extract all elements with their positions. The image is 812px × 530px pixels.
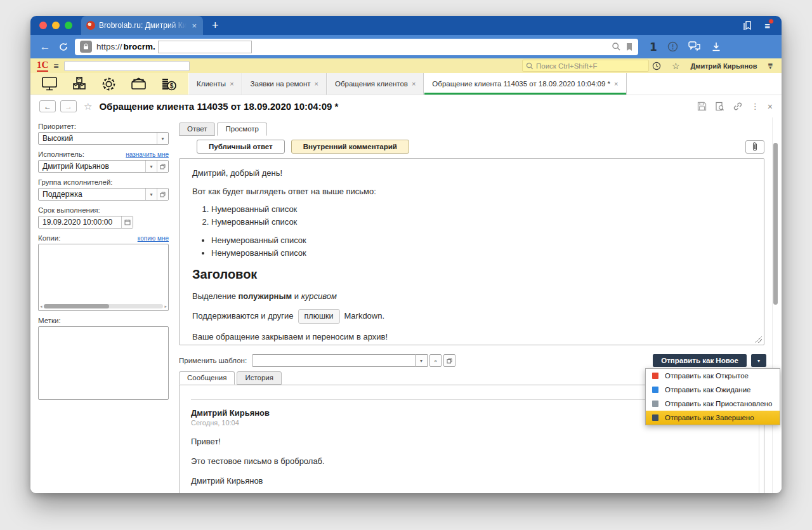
editor-tabs: Ответ Просмотр <box>179 123 773 136</box>
reply-main-area: Ответ Просмотр Публичный ответ Внутренни… <box>176 117 773 493</box>
window-controls <box>30 16 81 35</box>
resize-handle[interactable] <box>756 336 762 343</box>
save-icon[interactable] <box>697 102 707 111</box>
calendar-icon[interactable] <box>121 216 133 228</box>
service-menu-icon[interactable]: ≡▾ <box>768 63 773 69</box>
copy-to-me-link[interactable]: копию мне <box>138 235 169 242</box>
doc-back-button[interactable]: ← <box>39 100 56 112</box>
mail-envelope-icon[interactable] <box>130 77 147 91</box>
tab-close-icon[interactable]: × <box>190 21 198 30</box>
url-redacted-box <box>158 41 252 53</box>
tab-reply[interactable]: Ответ <box>179 123 215 136</box>
priority-select[interactable]: Высокий ▾ <box>38 132 169 145</box>
scroll-right-icon[interactable]: ▸ <box>164 304 167 308</box>
reload-icon[interactable] <box>58 42 69 52</box>
clear-icon[interactable]: × <box>429 354 442 367</box>
chevron-down-icon[interactable]: ▾ <box>145 161 157 172</box>
ticket-properties-sidebar: Приоритет: Высокий ▾ Исполнитель: назнач… <box>38 123 169 400</box>
menu-item-send-completed[interactable]: Отправить как Завершено <box>646 411 780 425</box>
browser-back-button[interactable]: ← <box>38 41 52 53</box>
tab-close-icon[interactable]: × <box>412 80 416 88</box>
menu-item-send-waiting[interactable]: Отправить как Ожидание <box>646 383 780 397</box>
url-bar[interactable]: https:// brocrm. <box>75 39 638 55</box>
tab-clients[interactable]: Клиенты× <box>188 73 242 95</box>
link-icon[interactable] <box>733 102 743 111</box>
minimize-window-button[interactable] <box>52 22 60 29</box>
favorite-star-icon[interactable]: ☆ <box>84 101 92 112</box>
print-preview-icon[interactable] <box>715 102 724 111</box>
info-shield-icon[interactable] <box>667 41 678 52</box>
more-actions-icon[interactable]: ⋮ <box>751 102 759 111</box>
main-menu-icon[interactable]: ≡ <box>53 61 58 71</box>
quick-open-input[interactable] <box>64 61 190 71</box>
bookmark-page-icon[interactable] <box>625 43 633 51</box>
open-record-icon[interactable] <box>157 189 168 200</box>
tags-textarea[interactable] <box>38 326 169 400</box>
close-document-icon[interactable]: × <box>768 102 773 112</box>
feedback-bubbles-icon[interactable] <box>688 41 701 52</box>
chevron-down-icon[interactable]: ▾ <box>157 133 168 144</box>
template-input[interactable] <box>252 354 416 367</box>
status-completed-icon <box>652 414 658 421</box>
scrollbar-thumb[interactable] <box>44 304 110 308</box>
copies-textarea[interactable]: ◂ ▸ <box>38 244 169 311</box>
global-search-input[interactable]: Поиск Ctrl+Shift+F <box>522 60 649 72</box>
public-reply-button[interactable]: Публичный ответ <box>197 140 285 154</box>
browser-menu-icon[interactable]: ≡ <box>764 21 770 30</box>
lock-icon[interactable] <box>80 41 92 53</box>
tab-close-icon[interactable]: × <box>614 80 618 88</box>
settings-gear-icon[interactable] <box>101 76 117 92</box>
onec-logo[interactable]: 1С <box>37 60 48 72</box>
favorites-star-icon[interactable]: ☆ <box>672 61 680 71</box>
billing-coins-icon[interactable]: $ <box>160 76 178 91</box>
history-clock-icon[interactable] <box>652 62 661 70</box>
page-search-icon[interactable] <box>612 42 621 51</box>
preview-greeting: Дмитрий, добрый день! <box>192 168 751 179</box>
send-as-new-button[interactable]: Отправить как Новое <box>653 354 747 367</box>
assignee-select[interactable]: Дмитрий Кирьянов ▾ <box>38 160 169 173</box>
current-user-name[interactable]: Дмитрий Кирьянов <box>690 62 757 70</box>
bookmarks-sidebar-icon[interactable] <box>743 21 753 30</box>
open-record-icon[interactable] <box>157 161 168 172</box>
document-content: Приоритет: Высокий ▾ Исполнитель: назнач… <box>30 117 782 493</box>
open-record-icon[interactable] <box>443 354 455 367</box>
due-date-input[interactable]: 19.09.2020 10:00:00 <box>38 216 133 229</box>
tab-client-appeals[interactable]: Обращения клиентов× <box>327 73 424 95</box>
status-waiting-icon <box>652 387 658 393</box>
download-icon[interactable] <box>711 42 721 52</box>
new-tab-button[interactable]: + <box>203 16 228 35</box>
status-open-icon <box>652 373 658 379</box>
template-row: Применить шаблон: ▾ × Отправить как Ново… <box>179 354 764 367</box>
group-select[interactable]: Поддержка ▾ <box>38 188 169 201</box>
tab-close-icon[interactable]: × <box>230 80 233 88</box>
maximize-window-button[interactable] <box>65 22 72 29</box>
extension-1c-icon[interactable]: 1 <box>650 41 657 53</box>
tab-repair-requests[interactable]: Заявки на ремонт× <box>242 73 327 95</box>
attach-file-button[interactable] <box>745 140 764 154</box>
products-cubes-icon[interactable] <box>71 76 88 91</box>
chevron-down-icon[interactable]: ▾ <box>145 189 157 200</box>
preview-intro: Вот как будет выглядеть ответ на выше пи… <box>192 186 751 197</box>
tab-messages[interactable]: Сообщения <box>179 371 235 385</box>
desktop-section-icon[interactable] <box>41 76 58 91</box>
scroll-left-icon[interactable]: ◂ <box>40 304 43 308</box>
send-options-caret-button[interactable]: ▾ <box>751 354 766 367</box>
tab-close-icon[interactable]: × <box>315 80 318 88</box>
doc-forward-button[interactable]: → <box>60 100 77 112</box>
close-window-button[interactable] <box>39 22 47 29</box>
internal-comment-button[interactable]: Внутренний комментарий <box>291 140 409 154</box>
preview-closing: Ваше обращение закрываем и переносим в а… <box>192 331 751 343</box>
reply-preview-box[interactable]: Дмитрий, добрый день! Вот как будет выгл… <box>179 158 764 345</box>
scrollbar-thumb[interactable] <box>773 143 778 305</box>
chevron-down-icon[interactable]: ▾ <box>416 354 428 367</box>
tab-history[interactable]: История <box>237 371 282 385</box>
url-scheme: https:// <box>96 42 122 51</box>
assign-to-me-link[interactable]: назначить мне <box>126 151 169 158</box>
tab-preview[interactable]: Просмотр <box>217 123 267 136</box>
page-scrollbar[interactable] <box>772 117 778 493</box>
menu-item-send-open[interactable]: Отправить как Открытое <box>646 369 780 383</box>
browser-tab[interactable]: Brobrolab.ru: Дмитрий Кир × <box>81 16 203 35</box>
tab-current-appeal[interactable]: Обращение клиента 114035 от 18.09.2020 1… <box>424 73 626 95</box>
menu-item-send-paused[interactable]: Отправить как Приостановлено <box>646 397 780 411</box>
horizontal-scrollbar[interactable]: ◂ ▸ <box>40 303 167 309</box>
